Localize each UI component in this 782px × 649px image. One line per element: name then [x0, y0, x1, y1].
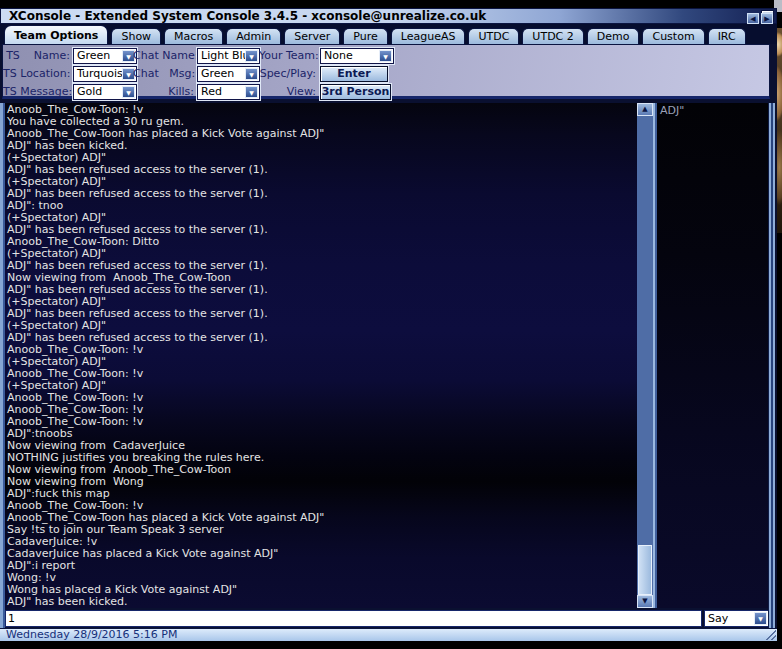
- console-scrollbar[interactable]: ▲ ▼: [637, 103, 653, 608]
- console-line: ADJ" has been refused access to the serv…: [7, 188, 637, 200]
- tab[interactable]: Admin: [226, 28, 281, 44]
- status-bar: Wednesday 28/9/2016 5:16 PM: [0, 628, 777, 641]
- kills-value: Red: [201, 85, 222, 98]
- your-team-value: None: [324, 49, 353, 62]
- say-mode-value: Say: [708, 612, 728, 625]
- player-list-panel: ADJ": [657, 103, 768, 608]
- resize-grip[interactable]: [764, 629, 776, 640]
- chevron-down-icon[interactable]: ▼: [245, 86, 258, 98]
- team-options-panel: TS Name: Green ▼ TS Location: Turquoise …: [2, 44, 770, 99]
- chat-input-row: Say ▼: [0, 608, 777, 628]
- console-log: Anoob_The_Cow-Toon: !vYou have collected…: [5, 103, 637, 608]
- tab[interactable]: Show: [111, 28, 161, 44]
- title-bar: XConsole - Extended System Console 3.4.5…: [0, 8, 777, 24]
- ts-message-label: TS Message:: [3, 85, 70, 99]
- tab-scroll-buttons: ◀ ▶: [747, 13, 773, 24]
- window-frame-right: [768, 608, 777, 628]
- window-title: XConsole - Extended System Console 3.4.5…: [9, 9, 486, 23]
- your-team-select[interactable]: None ▼: [320, 48, 394, 64]
- chevron-down-icon[interactable]: ▼: [245, 50, 258, 62]
- tab[interactable]: Team Options: [4, 25, 108, 44]
- chat-msg-select[interactable]: Green ▼: [197, 66, 260, 82]
- your-team-label: Your Team:: [259, 49, 316, 63]
- message-input[interactable]: [5, 610, 702, 627]
- tab[interactable]: UTDC 2: [522, 28, 583, 44]
- third-person-button[interactable]: 3rd Person: [320, 84, 391, 100]
- scroll-down-icon[interactable]: ▼: [637, 595, 653, 608]
- kills-select[interactable]: Red ▼: [197, 84, 260, 100]
- ts-location-label: TS Location:: [3, 67, 70, 81]
- tab[interactable]: Pure: [343, 28, 387, 44]
- window-frame-right: [768, 103, 777, 608]
- xconsole-window: XConsole - Extended System Console 3.4.5…: [0, 8, 777, 641]
- say-mode-select[interactable]: Say ▼: [704, 610, 769, 627]
- desktop: XConsole - Extended System Console 3.4.5…: [0, 0, 782, 649]
- status-datetime: Wednesday 28/9/2016 5:16 PM: [6, 628, 177, 641]
- chat-msg-value: Green: [201, 67, 234, 80]
- tab[interactable]: LeagueAS: [391, 28, 466, 44]
- ts-location-select[interactable]: Turquoise ▼: [73, 66, 137, 82]
- ts-name-label: TS Name:: [3, 49, 70, 63]
- tab-scroll-left-icon[interactable]: ◀: [747, 13, 759, 24]
- chat-name-select[interactable]: Light Blue ▼: [197, 48, 260, 64]
- ts-name-value: Green: [77, 49, 110, 62]
- tab[interactable]: Macros: [164, 28, 223, 44]
- tab[interactable]: UTDC: [468, 28, 519, 44]
- console-content: Anoob_The_Cow-Toon: !vYou have collected…: [0, 103, 777, 608]
- ts-message-value: Gold: [77, 85, 102, 98]
- view-label: View:: [259, 85, 316, 99]
- console-line: ADJ" has been kicked.: [7, 596, 637, 608]
- spec-play-label: Spec/Play:: [259, 67, 316, 81]
- scrollbar-thumb[interactable]: [638, 545, 652, 595]
- chevron-down-icon[interactable]: ▼: [379, 50, 392, 62]
- chevron-down-icon[interactable]: ▼: [245, 68, 258, 80]
- tab[interactable]: Demo: [587, 28, 640, 44]
- player-list-item: ADJ": [660, 105, 768, 117]
- console-line: ADJ":i report: [7, 560, 637, 572]
- tab-bar: Team OptionsShowMacrosAdminServerPureLea…: [0, 24, 777, 44]
- tab-scroll-right-icon[interactable]: ▶: [761, 13, 773, 24]
- console-line: Say !ts to join our Team Speak 3 server: [7, 524, 637, 536]
- chat-msg-label: Chat Msg:: [133, 67, 194, 81]
- enter-game-button[interactable]: Enter Game: [320, 66, 388, 82]
- kills-label: Kills:: [133, 85, 194, 99]
- tab[interactable]: Server: [284, 28, 340, 44]
- tab[interactable]: Custom: [642, 28, 704, 44]
- ts-name-select[interactable]: Green ▼: [73, 48, 137, 64]
- console-line: CadaverJuice has placed a Kick Vote agai…: [7, 548, 637, 560]
- chevron-down-icon[interactable]: ▼: [754, 612, 767, 625]
- tab[interactable]: IRC: [708, 28, 746, 44]
- scroll-up-icon[interactable]: ▲: [637, 103, 653, 116]
- chat-name-label: Chat Name:: [133, 49, 194, 63]
- ts-message-select[interactable]: Gold ▼: [73, 84, 137, 100]
- console-line: Anoob_The_Cow-Toon: !v: [7, 416, 637, 428]
